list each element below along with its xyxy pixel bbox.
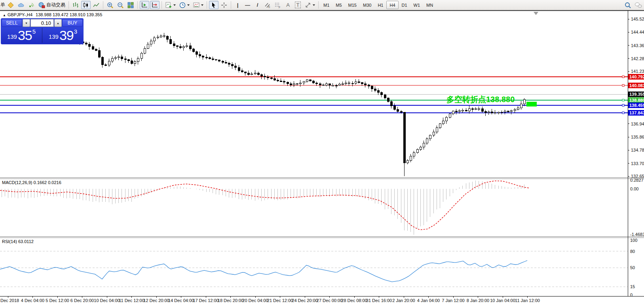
candle-body <box>127 60 129 61</box>
candle-body <box>325 84 327 85</box>
chart-canvas[interactable]: 145.520144.440143.360142.280141.230136.9… <box>0 0 644 306</box>
periods-button[interactable] <box>178 1 191 9</box>
price-axis-label: 141.230 <box>631 69 644 74</box>
toolbar-separator <box>318 1 319 9</box>
channel-tool-button[interactable]: E <box>263 1 272 9</box>
zoom-in-button[interactable] <box>105 1 115 9</box>
templates-button[interactable] <box>192 1 205 9</box>
trendline-tool-button[interactable]: / <box>253 1 262 9</box>
bull-bear-annotation[interactable]: 多空转折点138.880 <box>446 94 515 105</box>
candle-body <box>335 86 337 86</box>
line-handle[interactable] <box>622 112 624 114</box>
candle-body <box>491 112 493 113</box>
new-order-button[interactable]: 单 <box>0 2 6 8</box>
timeframe-MN[interactable]: MN <box>423 1 436 9</box>
toolbar-separator <box>161 1 162 9</box>
timeframe-D1[interactable]: D1 <box>399 1 410 9</box>
horizontal-line-tool-button[interactable]: — <box>243 1 252 9</box>
candle-body <box>368 85 370 86</box>
bar-chart-button[interactable] <box>71 1 80 9</box>
toolbar-separator <box>137 1 138 9</box>
time-axis-label: 2 Jan 20:00 <box>392 298 415 303</box>
line-handle[interactable] <box>622 84 624 86</box>
zoom-out-button[interactable] <box>116 1 125 9</box>
mql-cloud-button[interactable] <box>16 1 26 9</box>
chat-button[interactable] <box>633 1 644 9</box>
line-handle[interactable] <box>622 99 624 101</box>
time-axis-label: 2 Dec 2018 <box>0 298 19 303</box>
indicators-button[interactable] <box>164 1 177 9</box>
volume-input[interactable]: 0.10 <box>30 19 54 27</box>
candlestick-chart-button[interactable] <box>81 1 91 9</box>
timeframe-H1[interactable]: H1 <box>374 1 386 9</box>
order-icon[interactable] <box>6 1 15 9</box>
timeframe-M5[interactable]: M5 <box>332 1 345 9</box>
sell-price-button[interactable]: 139355 <box>1 28 42 43</box>
timeframe-M1[interactable]: M1 <box>320 1 332 9</box>
candle-body <box>384 95 386 98</box>
candle-body <box>471 109 473 110</box>
cursor-tool-button[interactable] <box>209 1 218 9</box>
buy-price-big: 39 <box>59 30 74 41</box>
clock-icon <box>179 2 186 9</box>
timeframe-H4[interactable]: H4 <box>386 1 398 9</box>
rsi-axis-label: 0 <box>630 293 633 297</box>
search-button[interactable] <box>623 1 633 9</box>
arrows-tool-button[interactable] <box>303 1 316 9</box>
green-highlight-box[interactable] <box>526 102 537 106</box>
rsi-line <box>0 260 527 282</box>
line-handle[interactable] <box>622 104 624 106</box>
chart-shift-marker[interactable] <box>534 12 538 15</box>
text-label-tool-button[interactable]: T <box>293 1 302 9</box>
candle-body <box>488 112 490 113</box>
candle-body <box>410 156 412 161</box>
candle-body <box>426 139 428 143</box>
candle-body <box>225 63 227 63</box>
fibonacci-tool-button[interactable]: F <box>273 1 283 9</box>
candle-body <box>209 57 211 59</box>
sell-button[interactable]: SELL <box>2 19 22 27</box>
candle-body <box>442 121 444 124</box>
volume-increase-button[interactable]: ▲ <box>54 19 62 27</box>
time-axis-label: 7 Jan 12:00 <box>442 298 465 303</box>
signals-button[interactable] <box>27 1 36 9</box>
text-tool-button[interactable]: A <box>283 1 293 9</box>
crosshair-icon <box>220 2 228 9</box>
candle-body <box>400 111 402 112</box>
vertical-line-tool-button[interactable]: | <box>233 1 242 9</box>
buy-price-button[interactable]: 139393 <box>42 28 84 43</box>
candle-body <box>238 68 240 70</box>
line-chart-button[interactable] <box>91 1 101 9</box>
collapse-arrow-icon[interactable]: ▲ <box>3 13 6 17</box>
volume-decrease-button[interactable]: ▼ <box>23 19 30 27</box>
candle-body <box>280 81 282 82</box>
crosshair-tool-button[interactable] <box>219 1 229 9</box>
timeframe-M15[interactable]: M15 <box>345 1 360 9</box>
candle-body <box>205 57 207 58</box>
candle-body <box>355 82 357 83</box>
candle-body <box>179 47 181 48</box>
rsi-indicator-label: RSI(14) 63.0112 <box>2 239 34 244</box>
candle-body <box>520 104 522 108</box>
auto-scroll-button[interactable] <box>140 1 149 9</box>
tile-windows-button[interactable] <box>126 1 135 9</box>
candle-body <box>254 73 256 74</box>
time-axis-label: 17 Dec 12:00 <box>193 298 218 303</box>
chart-shift-button[interactable] <box>150 1 160 9</box>
timeframe-M30[interactable]: M30 <box>360 1 374 9</box>
chart-title: ▲GBPJPY-,H4138.988 139.472 138.910 139.3… <box>3 12 102 17</box>
candle-body <box>361 82 363 84</box>
candle-body <box>494 112 496 113</box>
svg-text:F: F <box>279 6 280 9</box>
line-handle[interactable] <box>622 76 624 78</box>
timeframe-W1[interactable]: W1 <box>410 1 424 9</box>
buy-button[interactable]: BUY <box>62 19 83 27</box>
autotrade-button[interactable]: 自动交易 <box>37 1 66 9</box>
price-badge-label: 139.355 <box>629 92 644 97</box>
candle-body <box>270 78 272 78</box>
candle-body <box>387 98 389 102</box>
toolbar-separator <box>68 1 69 9</box>
candle-body <box>234 66 236 68</box>
candle-body <box>498 112 500 113</box>
gold-diamond-icon <box>7 2 14 9</box>
